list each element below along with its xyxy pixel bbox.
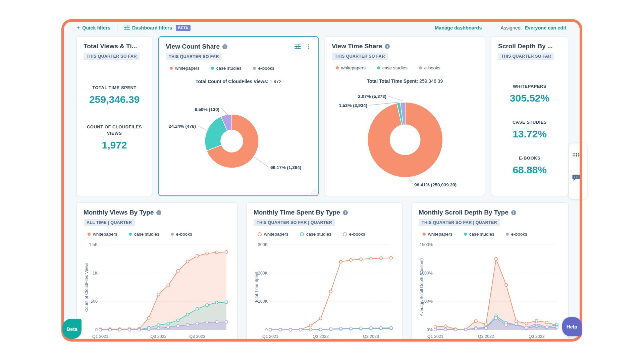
card-view-count-share: View Count Share i ⋮ THIS QUARTER SO FAR…	[158, 36, 319, 196]
legend-label: whitepapers	[264, 232, 288, 237]
chart-legend: whitepapers case studies e-books	[423, 232, 561, 237]
svg-text:Q3 2022: Q3 2022	[151, 334, 167, 339]
legend-item-case-studies[interactable]: case studies	[211, 66, 241, 71]
assigned-value-link[interactable]: Everyone can edit	[525, 25, 566, 31]
beta-badge: BETA	[176, 25, 191, 31]
legend-item-case-studies[interactable]: case studies	[129, 232, 159, 237]
chart-total-caption: Total Count of CloudFiles Views: 1,972	[166, 79, 311, 84]
svg-text:2.07% (5,373): 2.07% (5,373)	[358, 94, 386, 99]
beta-feedback-button[interactable]: Beta	[62, 319, 82, 339]
caption-value: 1,972	[270, 79, 281, 84]
svg-text:1.5K: 1.5K	[89, 242, 98, 247]
info-icon[interactable]: i	[385, 44, 390, 49]
svg-text:200K: 200K	[258, 271, 268, 276]
date-range-badge: THIS QUARTER SO FAR | QUARTER	[419, 219, 500, 226]
metric-case-studies: CASE STUDIES 13.72%	[498, 119, 561, 140]
legend-item-case-studies[interactable]: case studies	[300, 232, 331, 237]
svg-text:1.52% (3,934): 1.52% (3,934)	[339, 103, 367, 108]
svg-text:Q3 2022: Q3 2022	[313, 334, 329, 339]
date-range-badge: ALL TIME | QUARTER	[84, 219, 135, 226]
legend-label: case studies	[306, 232, 331, 237]
caption-value: 259,346.39	[419, 78, 443, 84]
svg-text:96.41% (250,039.39): 96.41% (250,039.39)	[414, 182, 457, 187]
legend-item-case-studies[interactable]: case studies	[464, 232, 494, 237]
svg-text:Q3 2023: Q3 2023	[363, 334, 379, 339]
monthly-scroll-line-chart[interactable]: 0%500%1000%1500%Q1 2021Q3 2022Q3 2023Ave…	[419, 241, 561, 341]
legend-label: whitepapers	[93, 232, 117, 237]
legend-label: e-books	[176, 232, 192, 237]
legend-item-e-books[interactable]: e-books	[171, 232, 192, 237]
card-monthly-views: Monthly Views By Type i ALL TIME | QUART…	[76, 202, 237, 342]
metric-label: COUNT OF CLOUDFILES VIEWS	[84, 124, 145, 137]
case-studies-dot-icon	[377, 66, 380, 69]
info-icon[interactable]: i	[222, 44, 227, 49]
svg-text:Total Time Spent: Total Time Spent	[254, 272, 259, 303]
plus-icon: +	[76, 25, 80, 31]
legend-item-e-books[interactable]: e-books	[419, 65, 440, 70]
kebab-menu-icon[interactable]: ⋮	[306, 44, 311, 50]
card-title: Total Views & Ti...	[84, 43, 145, 50]
legend-label: e-books	[349, 232, 365, 237]
metric-value: 13.72%	[498, 128, 561, 140]
chart-legend: whitepapers case studies e-books	[258, 232, 395, 237]
svg-text:Q3 2023: Q3 2023	[529, 334, 545, 339]
quick-filters-label: Quick filters	[82, 25, 110, 31]
date-range-badge: THIS QUARTER SO FAR	[84, 53, 140, 60]
legend-item-e-books[interactable]: e-books	[253, 66, 274, 71]
card-title: Monthly Scroll Depth By Type	[419, 209, 508, 216]
legend-item-case-studies[interactable]: case studies	[377, 65, 408, 70]
legend-label: e-books	[424, 65, 440, 70]
view-count-share-donut-chart[interactable]: 69.17% (1,364)24.24% (478)6.59% (130)	[166, 84, 313, 195]
e-books-ring-icon	[343, 232, 347, 236]
date-range-badge: THIS QUARTER SO FAR	[498, 53, 554, 60]
case-studies-dot-icon	[464, 233, 467, 236]
legend-item-whitepapers[interactable]: whitepapers	[88, 232, 117, 237]
view-time-share-donut-chart[interactable]: 96.41% (250,039.39)1.52% (3,934)2.07% (5…	[332, 84, 479, 194]
dashboard-filters-button[interactable]: Dashboard filters BETA	[124, 25, 191, 31]
info-icon[interactable]: i	[343, 210, 348, 215]
card-title: View Time Share	[332, 43, 382, 50]
monthly-time-line-chart[interactable]: 0100K200K300KQ1 2021Q3 2022Q3 2023Total …	[254, 241, 396, 341]
svg-text:Q1 2021: Q1 2021	[427, 334, 443, 339]
legend-item-whitepapers[interactable]: whitepapers	[170, 66, 200, 71]
legend-item-whitepapers[interactable]: whitepapers	[336, 65, 366, 70]
e-books-dot-icon	[253, 67, 256, 70]
collapsed-side-panel	[569, 143, 587, 199]
legend-item-whitepapers[interactable]: whitepapers	[423, 232, 452, 237]
svg-text:0: 0	[95, 327, 98, 332]
metric-label: E-BOOKS	[498, 155, 561, 162]
grid-dots-icon[interactable]	[572, 153, 581, 157]
toolbar-divider	[117, 24, 117, 32]
whitepapers-ring-icon	[258, 232, 262, 236]
chart-legend: whitepapers case studies e-books	[336, 65, 478, 70]
legend-label: e-books	[511, 232, 527, 237]
comment-bubble-icon[interactable]	[572, 174, 580, 181]
help-button[interactable]: Help	[562, 317, 582, 336]
card-total-views: Total Views & Ti... THIS QUARTER SO FAR …	[76, 36, 152, 196]
legend-item-e-books[interactable]: e-books	[343, 232, 365, 237]
card-title: Scroll Depth By ...	[498, 43, 561, 50]
svg-text:0: 0	[265, 327, 268, 332]
metric-label: WHITEPAPERS	[498, 83, 561, 90]
caption-label: Total Count of CloudFiles Views:	[196, 79, 268, 84]
monthly-views-line-chart[interactable]: 05001K1.5KQ1 2021Q3 2022Q3 2023Count of …	[84, 241, 231, 341]
legend-label: case studies	[216, 66, 241, 71]
card-title: Monthly Time Spent By Type	[254, 209, 340, 216]
info-icon[interactable]: i	[156, 210, 161, 215]
info-icon[interactable]: i	[511, 210, 516, 215]
chart-settings-icon[interactable]	[294, 44, 301, 49]
metric-e-books: E-BOOKS 68.88%	[498, 155, 561, 176]
quick-filters-button[interactable]: + Quick filters	[76, 25, 110, 31]
legend-item-e-books[interactable]: e-books	[506, 232, 527, 237]
manage-dashboards-link[interactable]: Manage dashboards	[435, 25, 482, 31]
legend-label: e-books	[258, 66, 274, 71]
svg-text:1500%: 1500%	[420, 242, 433, 247]
legend-item-whitepapers[interactable]: whitepapers	[258, 232, 288, 237]
chart-legend: whitepapers case studies e-books	[88, 232, 230, 237]
legend-label: whitepapers	[175, 66, 200, 71]
dashboard-filters-label: Dashboard filters	[132, 25, 172, 31]
dashboard-frame: + Quick filters Dashboard filters BETA M…	[61, 19, 582, 342]
e-books-dot-icon	[419, 66, 422, 69]
svg-text:Q3 2022: Q3 2022	[478, 334, 494, 339]
legend-label: whitepapers	[341, 65, 366, 70]
